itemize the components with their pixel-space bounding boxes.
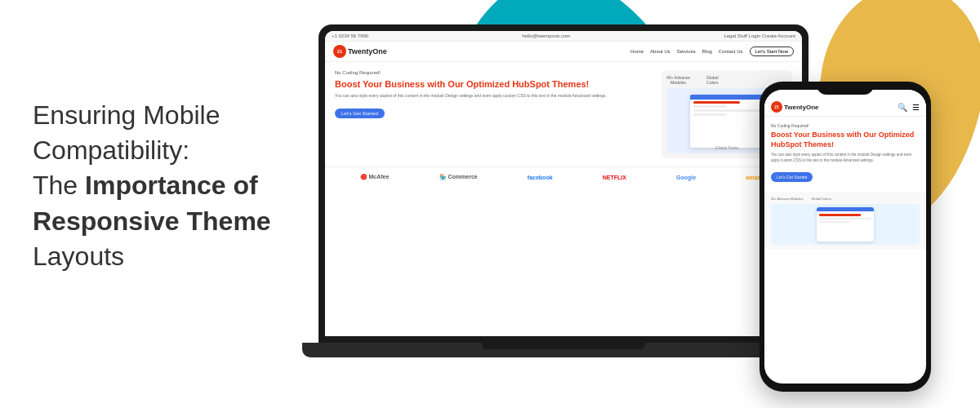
- preview-content: [693, 101, 760, 116]
- logo-text: TwentyOne: [348, 47, 387, 55]
- site-logo: 21 TwentyOne: [333, 45, 387, 58]
- site-brands: 🔴 McAfee 🏪 Commerce facebook NETFLIX Goo…: [325, 166, 802, 187]
- site-topbar: +1 0234 56 7890 hello@twentyone.com Lega…: [325, 31, 802, 42]
- mobile-nav-icons: 🔍 ☰: [898, 103, 920, 112]
- mobile-labels: 40+ Advance Modules Global Colors: [771, 197, 920, 201]
- preview-line-3: [693, 109, 760, 112]
- hero-description: You can also style every aspect of this …: [335, 93, 653, 99]
- laptop-base: [302, 343, 825, 357]
- topbar-phone: +1 0234 56 7890: [332, 33, 368, 38]
- laptop-mockup: +1 0234 56 7890 hello@twentyone.com Lega…: [318, 24, 825, 384]
- mobile-bottom-section: 40+ Advance Modules Global Colors: [764, 192, 926, 250]
- mobile-label-colors: Global Colors: [811, 197, 831, 201]
- nav-blog[interactable]: Blog: [702, 49, 712, 54]
- preview-header: [690, 95, 764, 100]
- preview-inner: [690, 95, 764, 148]
- hero-heading: Boost Your Business with Our Optimized H…: [335, 78, 653, 90]
- mobile-hero-cta-button[interactable]: Let's Get Started: [771, 172, 813, 182]
- mobile-hero-tag: No Coding Required!: [771, 123, 920, 128]
- menu-icon[interactable]: ☰: [912, 103, 920, 112]
- mobile-notch: [817, 82, 874, 95]
- site-nav: 21 TwentyOne Home About Us Services Blog…: [325, 42, 802, 62]
- mobile-hero: No Coding Required! Boost Your Business …: [764, 117, 926, 188]
- nav-services[interactable]: Services: [677, 49, 696, 54]
- logo-icon: 21: [333, 45, 346, 58]
- mobile-logo-icon: 21: [771, 101, 782, 113]
- label-modules: 40+ AdvanceModules: [666, 75, 690, 85]
- article-title-section: Ensuring Mobile Compatibility: The Impor…: [33, 98, 343, 274]
- mobile-preview-box: [771, 204, 920, 245]
- label-colors: GlobalColors: [706, 75, 718, 85]
- nav-cta-button[interactable]: Let's Start Now: [750, 47, 795, 56]
- search-icon[interactable]: 🔍: [898, 103, 907, 112]
- brand-commerce: 🏪 Commerce: [439, 174, 478, 180]
- site-hero: No Coding Required! Boost Your Business …: [325, 62, 802, 166]
- brand-mcafee: 🔴 McAfee: [360, 174, 390, 180]
- nav-contact[interactable]: Contact Us: [719, 49, 743, 54]
- mobile-hero-description: You can also style every aspect of this …: [771, 153, 920, 163]
- mobile-screen: 21 TwentyOne 🔍 ☰ No Coding Required! Boo…: [764, 90, 926, 384]
- mobile-label-modules: 40+ Advance Modules: [771, 197, 803, 201]
- laptop-screen: +1 0234 56 7890 hello@twentyone.com Lega…: [325, 31, 802, 336]
- mobile-mockup: 21 TwentyOne 🔍 ☰ No Coding Required! Boo…: [760, 82, 931, 392]
- mobile-logo-text: TwentyOne: [784, 104, 819, 111]
- topbar-email: hello@twentyone.com: [522, 33, 570, 38]
- topbar-links: Legal Stuff Login Create Account: [724, 33, 795, 38]
- site-hero-left: No Coding Required! Boost Your Business …: [335, 70, 653, 158]
- brand-netflix: NETFLIX: [603, 175, 626, 180]
- mobile-logo: 21 TwentyOne: [771, 101, 819, 113]
- preview-line-4: [693, 113, 727, 116]
- article-title: Ensuring Mobile Compatibility: The Impor…: [33, 98, 343, 274]
- preview-line-2: [693, 105, 727, 108]
- nav-about[interactable]: About Us: [650, 49, 670, 54]
- hero-tag: No Coding Required!: [335, 70, 653, 75]
- brand-facebook: facebook: [528, 175, 553, 180]
- brand-google: Google: [676, 175, 696, 180]
- site-nav-links: Home About Us Services Blog Contact Us L…: [630, 47, 794, 56]
- mobile-outer: 21 TwentyOne 🔍 ☰ No Coding Required! Boo…: [760, 82, 931, 392]
- mobile-hero-heading: Boost Your Business with Our Optimized H…: [771, 131, 920, 149]
- laptop-outer: +1 0234 56 7890 hello@twentyone.com Lega…: [318, 24, 808, 343]
- nav-home[interactable]: Home: [630, 49, 644, 54]
- preview-line-1: [693, 101, 740, 104]
